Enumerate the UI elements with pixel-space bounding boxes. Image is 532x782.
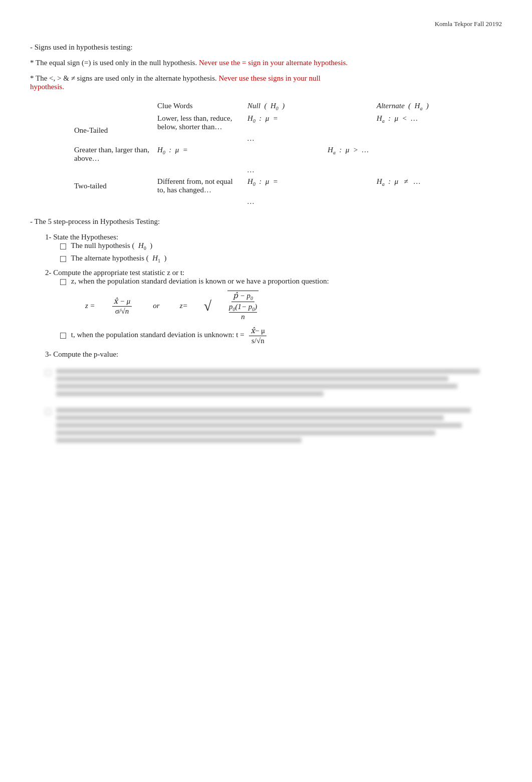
blurred-bullet-1 — [45, 370, 51, 376]
bullet-icon — [60, 279, 66, 285]
alt-different: Ha : μ ≠ … — [373, 176, 463, 196]
one-tailed-label: One-Tailed — [70, 113, 153, 144]
blurred-bullet-2 — [45, 409, 51, 415]
table-row: Two-tailed Different from, not equalto, … — [70, 176, 463, 196]
equal-sign-warning: Never use the = sign in your alternate h… — [199, 59, 348, 67]
step2-label: 2- Compute the appropriate test statisti… — [45, 269, 184, 277]
alt-greater: Ha : μ > … — [324, 144, 373, 164]
page-header: Komla Tekpor Fall 20192 — [30, 20, 502, 28]
hypothesis-table-container: Clue Words Null ( H0 ) Alternate ( Ha ) … — [30, 100, 502, 207]
ineq-warning2: hypothesis. — [30, 83, 64, 91]
step2-sub2-text: t, when the population standard deviatio… — [71, 331, 244, 339]
t-numerator: x̂− μ — [249, 326, 267, 336]
ineq-prefix: * The <, > & ≠ signs are used only in th… — [30, 74, 217, 82]
step2-sub2: t, when the population standard deviatio… — [60, 326, 502, 345]
five-step-text: - The 5 step-process in Hypothesis Testi… — [30, 217, 160, 225]
clue-lower: Lower, less than, reduce,below, shorter … — [153, 113, 243, 133]
col-clue-header: Clue Words — [153, 100, 243, 113]
step2: 2- Compute the appropriate test statisti… — [45, 269, 502, 345]
z-fraction: x̂ − μ σ/√n — [112, 297, 132, 316]
null-dots1: … — [243, 133, 324, 144]
blurred-text-2 — [56, 408, 502, 445]
null-greater: H0 : μ = — [153, 144, 243, 164]
inequality-sign-rule: * The <, > & ≠ signs are used only in th… — [30, 74, 502, 91]
step2-sub1-text: z, when the population standard deviatio… — [71, 277, 329, 285]
null-dots3: … — [243, 196, 324, 207]
signs-intro: - Signs used in hypothesis testing: — [30, 43, 502, 52]
step1-sub1: The null hypothesis ( H0 ) — [60, 241, 502, 251]
blurred-block-2 — [45, 408, 502, 445]
step3-label: 3- Compute the p-value: — [45, 350, 118, 358]
blurred-content — [45, 369, 502, 445]
bullet-icon — [60, 333, 66, 339]
hypothesis-table: Clue Words Null ( H0 ) Alternate ( Ha ) … — [70, 100, 463, 207]
step1-label: 1- State the Hypotheses: — [45, 233, 118, 241]
or-label: or — [153, 302, 159, 310]
null-different: H0 : μ = — [243, 176, 324, 196]
equal-sign-rule: * The equal sign (=) is used only in the… — [30, 59, 502, 67]
step1-sub2: The alternate hypothesis ( H1 ) — [60, 254, 502, 264]
table-row: Greater than, larger than,above… H0 : μ … — [70, 144, 463, 164]
z-label: z = — [85, 302, 95, 310]
table-row-dots2: … — [70, 164, 463, 176]
five-step-intro: - The 5 step-process in Hypothesis Testi… — [30, 217, 502, 226]
z2-label: z= — [180, 302, 188, 310]
step1-sub1-text: The null hypothesis ( H0 ) — [71, 241, 152, 249]
step1-sub2-text: The alternate hypothesis ( H1 ) — [71, 254, 166, 262]
blurred-block-1 — [45, 369, 502, 399]
null-dots2: … — [243, 164, 324, 176]
z2-denominator: p0(1− p0) n — [227, 302, 258, 321]
step1: 1- State the Hypotheses: The null hypoth… — [45, 233, 502, 264]
alt-lower: Ha : μ < … — [373, 113, 463, 133]
z2-fraction: p̂ − p0 p0(1− p0) n — [227, 291, 258, 321]
table-row: One-Tailed Lower, less than, reduce,belo… — [70, 113, 463, 133]
equal-sign-prefix: * The equal sign (=) is used only in the… — [30, 59, 197, 67]
t-denominator: s/√n — [250, 336, 266, 345]
step2-sub1: z, when the population standard deviatio… — [60, 277, 502, 286]
line1-text: - Signs used in hypothesis testing: — [30, 43, 133, 51]
col-alt-header: Alternate ( Ha ) — [373, 100, 463, 113]
sqrt-symbol: √ — [204, 299, 211, 313]
z2-numerator: p̂ − p0 — [231, 291, 254, 302]
z-denominator: σ/√n — [114, 307, 130, 316]
table-row-dots3: … — [70, 196, 463, 207]
z-numerator: x̂ − μ — [112, 297, 132, 307]
clue-greater: Greater than, larger than,above… — [70, 144, 153, 164]
header-text: Komla Tekpor Fall 20192 — [435, 20, 502, 28]
ineq-warning1: Never use these signs in your null — [218, 74, 320, 82]
step3: 3- Compute the p-value: — [45, 350, 502, 359]
blurred-text-1 — [56, 369, 502, 399]
bullet-icon — [60, 256, 66, 262]
two-tailed-label: Two-tailed — [70, 176, 153, 196]
clue-different: Different from, not equalto, has changed… — [153, 176, 243, 196]
null-lower: H0 : μ = — [243, 113, 324, 133]
t-fraction: x̂− μ s/√n — [249, 326, 267, 345]
bullet-icon — [60, 243, 66, 249]
z-formula-block: z = x̂ − μ σ/√n or z= √ p̂ − p0 p0(1− p0… — [85, 291, 502, 321]
steps-container: 1- State the Hypotheses: The null hypoth… — [45, 233, 502, 359]
col-null-header: Null ( H0 ) — [243, 100, 324, 113]
